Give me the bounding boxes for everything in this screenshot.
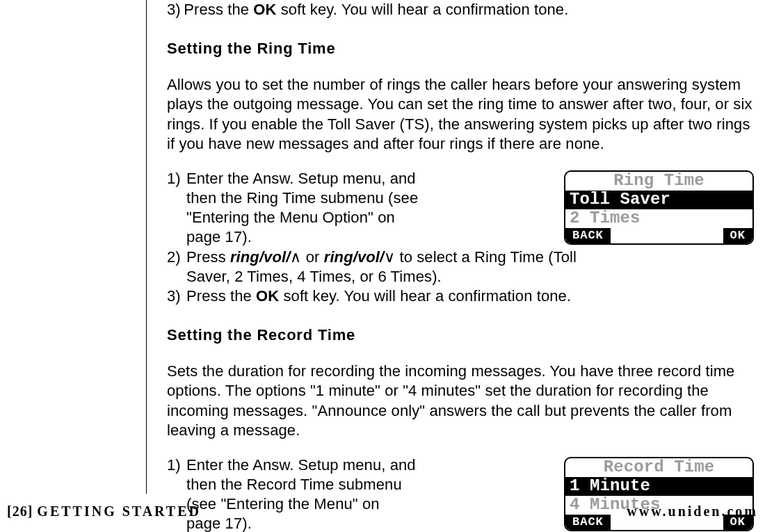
footer-page-number: [26] xyxy=(7,503,37,519)
ring-time-description: Allows you to set the number of rings th… xyxy=(167,75,755,154)
ring-time-steps: Ring Time Toll Saver 2 Times BACK OK 1) … xyxy=(167,169,755,306)
lcd-ring-time: Ring Time Toll Saver 2 Times BACK OK xyxy=(564,170,754,245)
ring-step-3-ok: OK xyxy=(256,287,279,305)
heading-ring-time: Setting the Ring Time xyxy=(167,39,755,58)
footer-section: GETTING STARTED xyxy=(37,503,201,519)
ring-step-2-up: ∧ xyxy=(290,248,301,266)
heading-record-time: Setting the Record Time xyxy=(167,325,755,345)
lcd-rec-title: Record Time xyxy=(565,458,752,477)
ring-step-1-num: 1) xyxy=(167,169,186,248)
ring-step-2: 2) Press ring/vol/∧ or ring/vol/∨ to sel… xyxy=(167,248,755,287)
lcd-ring-ok: OK xyxy=(723,228,752,243)
ring-step-2-down: ∨ xyxy=(384,248,395,266)
ring-step-3: 3) Press the OK soft key. You will hear … xyxy=(167,287,755,306)
lcd-rec-selected: 1 Minute xyxy=(565,477,752,496)
lcd-ring-back: BACK xyxy=(565,228,611,243)
lcd-ring-title: Ring Time xyxy=(565,172,752,191)
prev-step-3-post: soft key. You will hear a confirmation t… xyxy=(277,1,569,18)
ring-step-2-txt: Press ring/vol/∧ or ring/vol/∨ to select… xyxy=(186,248,611,287)
footer: [26] GETTING STARTED www.uniden.com xyxy=(0,503,765,521)
prev-step-3-ok: OK xyxy=(253,1,276,18)
ring-step-2-pre: Press xyxy=(186,248,230,266)
lcd-ring-softkeys: BACK OK xyxy=(565,228,752,243)
ring-step-2-rv1: ring/vol/ xyxy=(230,248,290,266)
lcd-ring-line: 2 Times xyxy=(565,209,752,228)
ring-step-2-num: 2) xyxy=(167,248,186,287)
record-time-description: Sets the duration for recording the inco… xyxy=(167,362,755,440)
prev-step-3-pre: 3) Press the xyxy=(167,1,253,18)
page: 3) Press the OK soft key. You will hear … xyxy=(0,0,765,532)
ring-step-2-mid: or xyxy=(302,248,324,266)
lcd-ring-selected: Toll Saver xyxy=(565,191,752,209)
content-column: 3) Press the OK soft key. You will hear … xyxy=(167,0,755,532)
ring-step-3-txt: Press the OK soft key. You will hear a c… xyxy=(186,287,755,306)
footer-left: [26] GETTING STARTED xyxy=(7,503,201,521)
ring-step-2-rv2: ring/vol/ xyxy=(324,248,384,266)
ring-step-1-txt: Enter the Answ. Setup menu, and then the… xyxy=(186,169,432,248)
ring-step-3-pre: Press the xyxy=(186,287,256,305)
ring-step-3-num: 3) xyxy=(167,287,186,306)
prev-step-3: 3) Press the OK soft key. You will hear … xyxy=(167,0,755,19)
ring-step-3-post: soft key. You will hear a confirmation t… xyxy=(279,287,571,305)
left-margin-rule xyxy=(146,0,147,494)
footer-url: www.uniden.com xyxy=(627,503,758,521)
